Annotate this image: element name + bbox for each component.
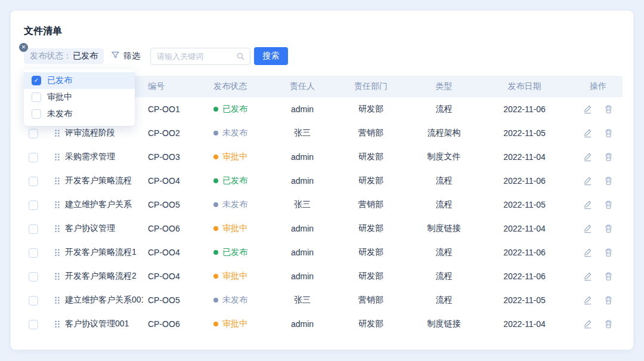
file-name: 开发客户策略流程 xyxy=(65,175,132,186)
file-list-card: 文件清单 ✕ 发布状态： 已发布 筛选 搜索 编号发布状态责任人责任部门类型发布… xyxy=(11,11,633,350)
edit-icon[interactable] xyxy=(583,295,592,305)
drag-handle-icon[interactable] xyxy=(55,153,60,161)
filter-button[interactable]: 筛选 xyxy=(111,49,140,63)
edit-icon[interactable] xyxy=(583,248,592,257)
filter-chip[interactable]: ✕ 发布状态： 已发布 xyxy=(24,48,104,64)
delete-icon[interactable] xyxy=(604,104,613,114)
option-checkbox-icon[interactable] xyxy=(32,109,41,119)
status-badge: 审批中 xyxy=(209,271,275,282)
drag-handle-icon[interactable] xyxy=(55,177,60,185)
file-type: 制度链接 xyxy=(413,319,475,329)
status-badge: 未发布 xyxy=(209,199,275,210)
dropdown-option[interactable]: ✓ 已发布 xyxy=(24,72,135,89)
edit-icon[interactable] xyxy=(583,152,592,162)
search-magnifier-icon xyxy=(236,52,245,61)
delete-icon[interactable] xyxy=(604,271,613,281)
status-badge: 未发布 xyxy=(209,128,275,138)
owner: admin xyxy=(275,319,329,329)
status-badge: 已发布 xyxy=(209,104,275,115)
delete-icon[interactable] xyxy=(604,128,613,138)
status-badge: 审批中 xyxy=(209,152,275,162)
status-dot-icon xyxy=(213,298,218,303)
search-button[interactable]: 搜索 xyxy=(254,47,288,65)
file-type: 流程 xyxy=(413,247,475,258)
row-checkbox[interactable] xyxy=(29,153,38,162)
column-header: 发布日期 xyxy=(475,81,574,92)
status-badge: 已发布 xyxy=(209,175,275,186)
publish-date: 2022-11-05 xyxy=(475,200,574,209)
file-type: 制度文件 xyxy=(413,152,475,162)
edit-icon[interactable] xyxy=(583,319,592,329)
file-name: 建立维护客户关系001 xyxy=(65,295,143,306)
edit-icon[interactable] xyxy=(583,200,592,209)
edit-icon[interactable] xyxy=(583,224,592,233)
edit-icon[interactable] xyxy=(583,104,592,114)
department: 研发部 xyxy=(329,319,413,329)
delete-icon[interactable] xyxy=(604,248,613,257)
edit-icon[interactable] xyxy=(583,176,592,186)
drag-handle-icon[interactable] xyxy=(55,225,60,233)
edit-icon[interactable] xyxy=(583,128,592,138)
owner: 张三 xyxy=(275,199,329,210)
column-header: 操作 xyxy=(574,81,623,92)
department: 研发部 xyxy=(329,271,413,282)
file-type: 流程 xyxy=(413,295,475,306)
status-dot-icon xyxy=(213,322,218,326)
search-input[interactable] xyxy=(151,52,236,61)
drag-handle-icon[interactable] xyxy=(55,297,60,304)
dropdown-option[interactable]: 未发布 xyxy=(24,106,135,122)
delete-icon[interactable] xyxy=(604,176,613,186)
file-code: CP-OO2 xyxy=(143,128,209,138)
publish-date: 2022-11-06 xyxy=(475,104,574,114)
row-checkbox[interactable] xyxy=(29,272,38,282)
table-row: 开发客户策略流程 CP-OO4 已发布 admin 研发部 流程 2022-11… xyxy=(24,169,623,193)
status-dot-icon xyxy=(213,155,218,159)
department: 营销部 xyxy=(329,128,413,138)
option-checkbox-icon[interactable]: ✓ xyxy=(32,76,41,85)
dropdown-option[interactable]: 审批中 xyxy=(24,89,135,106)
publish-date: 2022-11-06 xyxy=(475,176,574,186)
edit-icon[interactable] xyxy=(583,271,592,281)
department: 研发部 xyxy=(329,104,413,115)
row-checkbox[interactable] xyxy=(29,296,38,306)
column-header: 类型 xyxy=(413,81,475,92)
drag-handle-icon[interactable] xyxy=(55,249,60,257)
status-text: 已发布 xyxy=(222,175,247,186)
table-row: 采购需求管理 CP-OO3 审批中 admin 研发部 制度文件 2022-11… xyxy=(24,145,623,169)
owner: 张三 xyxy=(275,295,329,306)
filter-button-label: 筛选 xyxy=(123,51,140,61)
table-row: 客户协议管理 CP-OO6 审批中 admin 研发部 制度链接 2022-11… xyxy=(24,217,623,240)
delete-icon[interactable] xyxy=(604,295,613,305)
row-checkbox[interactable] xyxy=(29,129,38,138)
publish-date: 2022-11-05 xyxy=(475,295,574,305)
row-checkbox[interactable] xyxy=(29,320,38,329)
file-name: 采购需求管理 xyxy=(65,152,115,162)
file-code: CP-OO3 xyxy=(143,152,209,162)
row-checkbox[interactable] xyxy=(29,177,38,186)
row-checkbox[interactable] xyxy=(29,248,38,258)
department: 营销部 xyxy=(329,199,413,210)
file-type: 流程 xyxy=(413,271,475,282)
delete-icon[interactable] xyxy=(604,319,613,329)
status-text: 审批中 xyxy=(222,223,247,234)
status-dot-icon xyxy=(213,202,218,207)
row-checkbox[interactable] xyxy=(29,200,38,210)
delete-icon[interactable] xyxy=(604,200,613,209)
drag-handle-icon[interactable] xyxy=(55,201,60,209)
table-row: 建立维护客户关系 CP-OO5 未发布 张三 营销部 流程 2022-11-05 xyxy=(24,193,623,217)
option-checkbox-icon[interactable] xyxy=(32,92,41,102)
status-dot-icon xyxy=(213,178,218,183)
drag-handle-icon[interactable] xyxy=(55,129,60,137)
status-text: 未发布 xyxy=(222,295,247,306)
publish-date: 2022-11-04 xyxy=(475,319,574,329)
status-badge: 已发布 xyxy=(209,247,275,258)
drag-handle-icon[interactable] xyxy=(55,320,60,328)
search-box xyxy=(150,48,250,65)
owner: admin xyxy=(275,152,329,162)
chip-close-icon[interactable]: ✕ xyxy=(19,43,28,52)
drag-handle-icon[interactable] xyxy=(55,273,60,280)
delete-icon[interactable] xyxy=(604,152,613,162)
delete-icon[interactable] xyxy=(604,224,613,233)
row-checkbox[interactable] xyxy=(29,224,38,234)
status-text: 已发布 xyxy=(222,247,247,258)
